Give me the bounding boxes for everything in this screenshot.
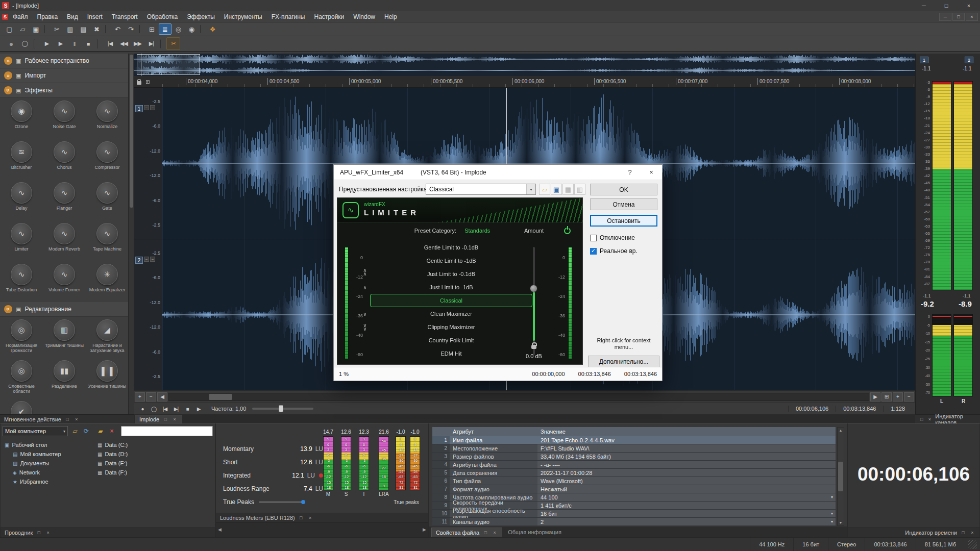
- amount-slider-knob[interactable]: [530, 285, 537, 292]
- explorer-filter-input[interactable]: [121, 426, 213, 436]
- drive-item[interactable]: ▦ Data (F:): [97, 468, 184, 477]
- dialog-help-button[interactable]: ?: [619, 165, 641, 180]
- plugin-preset-item[interactable]: Country Folk Limit: [370, 334, 532, 347]
- menu-item[interactable]: Настройки: [309, 11, 349, 22]
- ruler-lock-icon[interactable]: [137, 81, 141, 85]
- properties-scroll-thumb[interactable]: [838, 462, 843, 491]
- true-peaks-slider[interactable]: [259, 502, 303, 503]
- menu-item[interactable]: Transport: [107, 11, 142, 22]
- menu-item[interactable]: FX-плагины: [267, 11, 310, 22]
- editing-tile[interactable]: ◎ Нормализация громкости: [0, 317, 43, 358]
- plugin-preset-item[interactable]: Gentle Limit to -0.1dB: [370, 241, 532, 254]
- menu-item[interactable]: Insert: [83, 11, 107, 22]
- copy-icon[interactable]: ▥: [64, 23, 77, 35]
- redo-icon[interactable]: ↷: [125, 23, 137, 35]
- play-icon[interactable]: ▶: [54, 37, 67, 50]
- tree-item-documents[interactable]: ▨ Документы: [2, 459, 95, 468]
- delete-icon[interactable]: ✖: [90, 23, 103, 35]
- playbar-loop-icon[interactable]: ◯: [148, 404, 159, 413]
- panel-float-icon[interactable]: □: [919, 417, 924, 422]
- separator[interactable]: [200, 25, 204, 33]
- tree-item-computer[interactable]: ▤ Мой компьютер: [2, 449, 95, 459]
- mdi-close-button[interactable]: ×: [966, 13, 978, 21]
- bypass-checkbox-row[interactable]: Отключение: [590, 234, 635, 241]
- scroll-down-icon[interactable]: ▼: [839, 521, 843, 524]
- effect-tile[interactable]: ∿ Modern Reverb: [43, 220, 86, 261]
- zoom-out-button[interactable]: −: [146, 392, 156, 402]
- plugin-preset-item[interactable]: Just Limit to -1dB: [370, 281, 532, 294]
- tree-item-desktop[interactable]: ▣ Рабочий стол: [2, 440, 95, 449]
- menu-item[interactable]: Инструменты: [219, 11, 267, 22]
- effect-tile[interactable]: ≋ Bitcrusher: [0, 139, 43, 180]
- hzoom-in-button[interactable]: +: [893, 392, 903, 402]
- effect-tile[interactable]: ∿ Tape Machine: [86, 220, 129, 261]
- editing-tile[interactable]: ▌▐ Усечение тишины: [86, 358, 129, 398]
- play-all-icon[interactable]: ▶: [40, 37, 54, 50]
- section-import[interactable]: » ▣ Импорт: [0, 68, 128, 83]
- dialog-titlebar[interactable]: APU_wFX_Limiter_x64 (VST3, 64 Bit) - Imp…: [334, 165, 662, 180]
- preset-prev-icon[interactable]: ∧: [361, 285, 369, 290]
- maximize-button[interactable]: □: [935, 0, 958, 11]
- scroll-thumb[interactable]: [209, 394, 232, 400]
- panel-close-icon[interactable]: ×: [492, 530, 498, 535]
- effect-tile[interactable]: ✳ Modern Equalizer: [86, 261, 129, 302]
- sidebar-section-editing[interactable]: » ▣ Редактирование: [0, 302, 128, 317]
- realtime-checkbox-row[interactable]: Реальное вр.: [590, 247, 638, 255]
- drive-item[interactable]: ▦ Data (C:): [97, 440, 184, 449]
- effect-tile[interactable]: ∿ Volume Former: [43, 261, 86, 302]
- menu-item[interactable]: Вид: [62, 11, 83, 22]
- forward-icon[interactable]: ▶▶: [131, 37, 144, 50]
- delete-button[interactable]: ×: [107, 426, 117, 436]
- preset-combo[interactable]: Classical ▾: [426, 184, 536, 195]
- panel-float-icon[interactable]: □: [298, 515, 304, 520]
- zoom-fit-button[interactable]: ⊞: [881, 392, 892, 402]
- panel-close-icon[interactable]: ×: [307, 515, 313, 520]
- property-row[interactable]: 7 Формат аудио Несжатый▾: [432, 485, 836, 493]
- rewind-icon[interactable]: ◀◀: [117, 37, 131, 50]
- save-icon[interactable]: ▣: [30, 23, 42, 35]
- preset-next-icon[interactable]: ∨: [361, 311, 369, 317]
- playbar-stop-icon[interactable]: ■: [182, 404, 193, 413]
- true-peaks-slider-handle[interactable]: [301, 500, 305, 504]
- separator[interactable]: [160, 39, 164, 48]
- mdi-minimize-button[interactable]: ─: [939, 13, 951, 21]
- scroll-right-button[interactable]: ▶: [870, 392, 880, 402]
- loop-playback-icon[interactable]: ◯: [18, 37, 32, 50]
- zoom-in-button[interactable]: +: [135, 392, 145, 402]
- effect-tile[interactable]: ∿ Limiter: [0, 220, 43, 261]
- stop-icon[interactable]: ■: [81, 37, 95, 50]
- snap-icon[interactable]: ⊞: [145, 23, 158, 35]
- playbar-go-end-icon[interactable]: ▶|: [170, 404, 182, 413]
- drive-item[interactable]: ▦ Data (E:): [97, 459, 184, 468]
- menu-item[interactable]: Эффекты: [182, 11, 219, 22]
- panel-close-icon[interactable]: ×: [927, 417, 933, 422]
- scroll-left-button[interactable]: ◀: [157, 392, 167, 402]
- save-preset-button[interactable]: ▣: [551, 184, 562, 195]
- separator[interactable]: [139, 25, 143, 33]
- preset-category-value[interactable]: Standards: [464, 228, 490, 234]
- delete-preset-button[interactable]: ▥: [574, 184, 585, 195]
- effect-tile[interactable]: ∿ Gate: [86, 180, 129, 220]
- scroll-right-icon[interactable]: ▶: [423, 527, 426, 532]
- mixer-window-icon[interactable]: ≣: [159, 23, 172, 35]
- channel-2-badge[interactable]: 2: [135, 257, 143, 264]
- sidebar-scrollbar[interactable]: [129, 54, 134, 414]
- magnify-icon[interactable]: ◉: [185, 23, 198, 35]
- preset-first-icon[interactable]: ∧ ∧: [361, 268, 369, 276]
- editing-tile[interactable]: ▥ Тримминг тишины: [43, 317, 86, 358]
- menu-item[interactable]: Правка: [33, 11, 63, 22]
- property-row[interactable]: 2 Местоположение F:\#FL Studio WAV\▾: [432, 444, 836, 453]
- plugin-preset-item[interactable]: Clean Maximizer: [370, 307, 532, 320]
- record-icon[interactable]: ●: [4, 37, 18, 50]
- plugin-preset-item[interactable]: EDM Hit: [370, 347, 532, 360]
- panel-close-icon[interactable]: ×: [74, 417, 80, 422]
- waveform-overview[interactable]: [134, 54, 915, 76]
- drive-item[interactable]: ▦ Data (D:): [97, 449, 184, 459]
- effect-tile[interactable]: ∿ Normalize: [86, 98, 129, 139]
- undo-icon[interactable]: ↶: [111, 23, 124, 35]
- channel-2-min-button[interactable]: –: [144, 257, 149, 262]
- minimize-button[interactable]: ─: [913, 0, 935, 11]
- property-row[interactable]: 11 Каналы аудио 2▾: [432, 518, 836, 526]
- cancel-button[interactable]: Отмена: [590, 198, 657, 210]
- separator[interactable]: [34, 39, 38, 48]
